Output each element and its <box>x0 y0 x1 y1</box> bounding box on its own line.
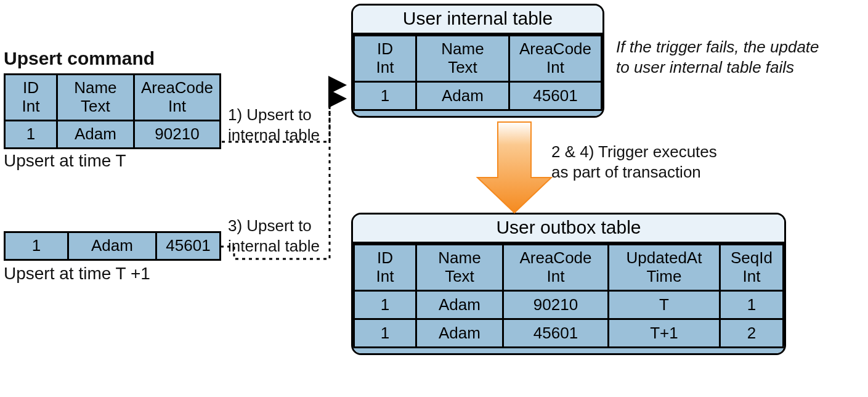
trigger-arrow-icon <box>477 122 551 213</box>
arrow-upsert-3 <box>221 99 345 259</box>
arrow-upsert-1 <box>222 85 345 142</box>
connectors-svg <box>0 0 868 397</box>
